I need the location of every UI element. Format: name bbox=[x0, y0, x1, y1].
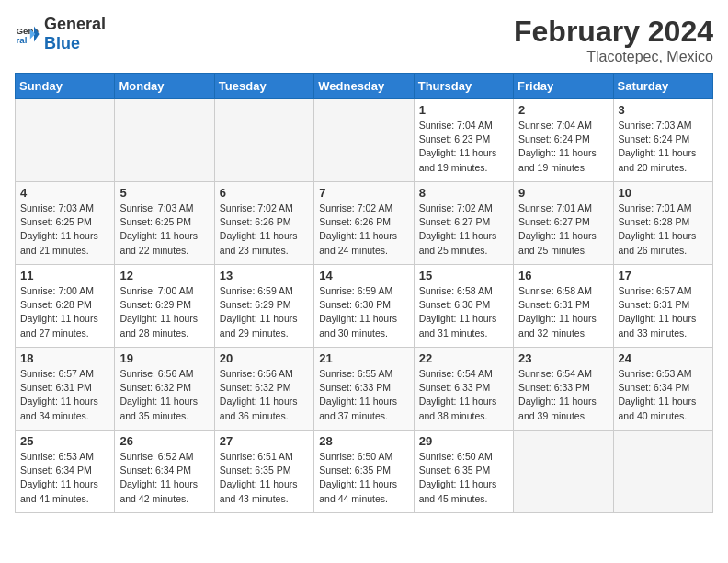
col-thursday: Thursday bbox=[414, 74, 513, 99]
table-row: 12Sunrise: 7:00 AM Sunset: 6:29 PM Dayli… bbox=[115, 265, 214, 348]
day-info: Sunrise: 7:00 AM Sunset: 6:28 PM Dayligh… bbox=[20, 284, 109, 340]
day-info: Sunrise: 6:55 AM Sunset: 6:33 PM Dayligh… bbox=[319, 367, 408, 423]
day-number: 25 bbox=[20, 434, 109, 448]
col-monday: Monday bbox=[115, 74, 214, 99]
day-info: Sunrise: 6:54 AM Sunset: 6:33 PM Dayligh… bbox=[419, 367, 508, 423]
day-info: Sunrise: 7:02 AM Sunset: 6:26 PM Dayligh… bbox=[220, 201, 309, 258]
day-number: 17 bbox=[619, 269, 708, 282]
day-number: 22 bbox=[419, 351, 508, 365]
day-info: Sunrise: 6:56 AM Sunset: 6:32 PM Dayligh… bbox=[220, 367, 309, 423]
day-info: Sunrise: 6:59 AM Sunset: 6:29 PM Dayligh… bbox=[220, 284, 309, 340]
table-row: 17Sunrise: 6:57 AM Sunset: 6:31 PM Dayli… bbox=[613, 265, 712, 348]
table-row: 15Sunrise: 6:58 AM Sunset: 6:30 PM Dayli… bbox=[414, 265, 513, 348]
calendar-week-row: 4Sunrise: 7:03 AM Sunset: 6:25 PM Daylig… bbox=[16, 182, 713, 265]
table-row: 7Sunrise: 7:02 AM Sunset: 6:26 PM Daylig… bbox=[314, 182, 414, 265]
logo: Gene ral General Blue bbox=[15, 15, 106, 53]
day-number: 11 bbox=[20, 269, 109, 282]
table-row bbox=[314, 99, 414, 182]
day-number: 16 bbox=[518, 269, 608, 282]
day-number: 20 bbox=[220, 351, 309, 365]
table-row: 24Sunrise: 6:53 AM Sunset: 6:34 PM Dayli… bbox=[613, 348, 712, 431]
day-info: Sunrise: 6:57 AM Sunset: 6:31 PM Dayligh… bbox=[20, 367, 109, 423]
calendar-week-row: 25Sunrise: 6:53 AM Sunset: 6:34 PM Dayli… bbox=[16, 431, 713, 513]
table-row: 5Sunrise: 7:03 AM Sunset: 6:25 PM Daylig… bbox=[115, 182, 214, 265]
svg-text:ral: ral bbox=[16, 35, 27, 45]
table-row: 26Sunrise: 6:52 AM Sunset: 6:34 PM Dayli… bbox=[115, 431, 214, 513]
header: Gene ral General Blue February 2024 Tlac… bbox=[15, 15, 713, 65]
day-number: 14 bbox=[319, 269, 408, 282]
day-info: Sunrise: 6:58 AM Sunset: 6:31 PM Dayligh… bbox=[518, 284, 608, 340]
day-number: 9 bbox=[518, 186, 608, 200]
day-info: Sunrise: 7:01 AM Sunset: 6:27 PM Dayligh… bbox=[518, 201, 608, 258]
day-info: Sunrise: 7:03 AM Sunset: 6:24 PM Dayligh… bbox=[619, 119, 708, 175]
calendar-week-row: 1Sunrise: 7:04 AM Sunset: 6:23 PM Daylig… bbox=[16, 99, 713, 182]
col-tuesday: Tuesday bbox=[214, 74, 313, 99]
day-number: 6 bbox=[220, 186, 309, 200]
day-number: 19 bbox=[119, 351, 209, 365]
day-info: Sunrise: 6:56 AM Sunset: 6:32 PM Dayligh… bbox=[119, 367, 209, 423]
day-number: 5 bbox=[119, 186, 209, 200]
day-number: 3 bbox=[619, 103, 708, 117]
logo-icon: Gene ral bbox=[15, 21, 40, 47]
day-info: Sunrise: 7:03 AM Sunset: 6:25 PM Dayligh… bbox=[20, 201, 109, 258]
table-row bbox=[514, 431, 613, 513]
calendar-header-row: Sunday Monday Tuesday Wednesday Thursday… bbox=[16, 74, 713, 99]
table-row: 28Sunrise: 6:50 AM Sunset: 6:35 PM Dayli… bbox=[314, 431, 414, 513]
table-row bbox=[16, 99, 115, 182]
day-number: 7 bbox=[319, 186, 408, 200]
day-number: 13 bbox=[220, 269, 309, 282]
day-info: Sunrise: 6:50 AM Sunset: 6:35 PM Dayligh… bbox=[419, 450, 508, 506]
day-number: 21 bbox=[319, 351, 408, 365]
day-number: 15 bbox=[419, 269, 508, 282]
table-row bbox=[613, 431, 712, 513]
logo-blue-text: Blue bbox=[44, 34, 80, 52]
day-info: Sunrise: 6:52 AM Sunset: 6:34 PM Dayligh… bbox=[119, 450, 209, 506]
day-number: 26 bbox=[119, 434, 209, 448]
day-info: Sunrise: 7:02 AM Sunset: 6:27 PM Dayligh… bbox=[419, 201, 508, 258]
day-info: Sunrise: 7:04 AM Sunset: 6:24 PM Dayligh… bbox=[518, 119, 608, 175]
table-row: 20Sunrise: 6:56 AM Sunset: 6:32 PM Dayli… bbox=[214, 348, 313, 431]
table-row: 23Sunrise: 6:54 AM Sunset: 6:33 PM Dayli… bbox=[514, 348, 613, 431]
day-number: 1 bbox=[419, 103, 508, 117]
table-row: 8Sunrise: 7:02 AM Sunset: 6:27 PM Daylig… bbox=[414, 182, 513, 265]
day-number: 28 bbox=[319, 434, 408, 448]
table-row: 25Sunrise: 6:53 AM Sunset: 6:34 PM Dayli… bbox=[16, 431, 115, 513]
table-row bbox=[115, 99, 214, 182]
day-info: Sunrise: 7:01 AM Sunset: 6:28 PM Dayligh… bbox=[619, 201, 708, 258]
table-row: 3Sunrise: 7:03 AM Sunset: 6:24 PM Daylig… bbox=[613, 99, 712, 182]
main-title: February 2024 bbox=[514, 15, 713, 49]
col-saturday: Saturday bbox=[613, 74, 712, 99]
table-row: 16Sunrise: 6:58 AM Sunset: 6:31 PM Dayli… bbox=[514, 265, 613, 348]
subtitle: Tlacotepec, Mexico bbox=[514, 49, 713, 65]
day-number: 24 bbox=[619, 351, 708, 365]
calendar-table: Sunday Monday Tuesday Wednesday Thursday… bbox=[15, 73, 713, 513]
logo-ral-text: ral bbox=[85, 15, 106, 33]
day-info: Sunrise: 7:04 AM Sunset: 6:23 PM Dayligh… bbox=[419, 119, 508, 175]
calendar-week-row: 18Sunrise: 6:57 AM Sunset: 6:31 PM Dayli… bbox=[16, 348, 713, 431]
table-row: 9Sunrise: 7:01 AM Sunset: 6:27 PM Daylig… bbox=[514, 182, 613, 265]
day-number: 8 bbox=[419, 186, 508, 200]
day-info: Sunrise: 7:00 AM Sunset: 6:29 PM Dayligh… bbox=[119, 284, 209, 340]
day-info: Sunrise: 7:03 AM Sunset: 6:25 PM Dayligh… bbox=[119, 201, 209, 258]
day-info: Sunrise: 6:54 AM Sunset: 6:33 PM Dayligh… bbox=[518, 367, 608, 423]
table-row: 19Sunrise: 6:56 AM Sunset: 6:32 PM Dayli… bbox=[115, 348, 214, 431]
calendar-week-row: 11Sunrise: 7:00 AM Sunset: 6:28 PM Dayli… bbox=[16, 265, 713, 348]
day-number: 2 bbox=[518, 103, 608, 117]
logo-general-text: Gene bbox=[44, 15, 85, 33]
table-row: 22Sunrise: 6:54 AM Sunset: 6:33 PM Dayli… bbox=[414, 348, 513, 431]
table-row: 11Sunrise: 7:00 AM Sunset: 6:28 PM Dayli… bbox=[16, 265, 115, 348]
day-number: 29 bbox=[419, 434, 508, 448]
table-row: 18Sunrise: 6:57 AM Sunset: 6:31 PM Dayli… bbox=[16, 348, 115, 431]
day-info: Sunrise: 6:53 AM Sunset: 6:34 PM Dayligh… bbox=[619, 367, 708, 423]
table-row: 4Sunrise: 7:03 AM Sunset: 6:25 PM Daylig… bbox=[16, 182, 115, 265]
day-info: Sunrise: 6:59 AM Sunset: 6:30 PM Dayligh… bbox=[319, 284, 408, 340]
day-info: Sunrise: 6:58 AM Sunset: 6:30 PM Dayligh… bbox=[419, 284, 508, 340]
day-number: 10 bbox=[619, 186, 708, 200]
day-number: 12 bbox=[119, 269, 209, 282]
table-row: 1Sunrise: 7:04 AM Sunset: 6:23 PM Daylig… bbox=[414, 99, 513, 182]
day-info: Sunrise: 6:57 AM Sunset: 6:31 PM Dayligh… bbox=[619, 284, 708, 340]
col-friday: Friday bbox=[514, 74, 613, 99]
day-number: 27 bbox=[220, 434, 309, 448]
table-row: 27Sunrise: 6:51 AM Sunset: 6:35 PM Dayli… bbox=[214, 431, 313, 513]
table-row: 13Sunrise: 6:59 AM Sunset: 6:29 PM Dayli… bbox=[214, 265, 313, 348]
